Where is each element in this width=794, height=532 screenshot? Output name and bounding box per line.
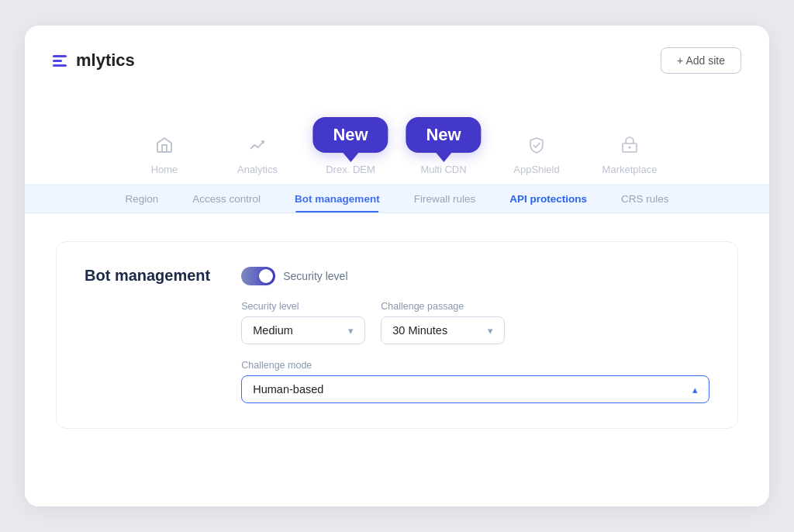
svg-point-8 — [629, 147, 631, 149]
analytics-icon — [243, 131, 271, 159]
challenge-passage-label: Challenge passage — [381, 301, 505, 312]
nav-item-appshield[interactable]: AppShield — [490, 131, 583, 185]
challenge-passage-group: Challenge passage 30 Minutes ▾ — [381, 301, 505, 344]
subnav-item-access-control[interactable]: Access control — [175, 185, 278, 212]
content-area: Bot management Security level Security l… — [25, 213, 769, 457]
security-level-group: Security level Medium ▾ — [241, 301, 365, 344]
nav-label-home: Home — [151, 164, 178, 175]
challenge-mode-label: Challenge mode — [241, 360, 709, 371]
challenge-mode-select[interactable]: Human-based ▴ — [241, 375, 709, 403]
logo-text: mlytics — [76, 50, 135, 71]
appshield-icon — [523, 131, 551, 159]
chevron-up-icon: ▴ — [692, 384, 698, 396]
subnav-item-crs-rules[interactable]: CRS rules — [604, 185, 686, 212]
subnav-item-firewall-rules[interactable]: Firewall rules — [397, 185, 493, 212]
security-level-select[interactable]: Medium ▾ — [241, 316, 365, 344]
challenge-passage-select[interactable]: 30 Minutes ▾ — [381, 316, 505, 344]
bubble-drex: New — [312, 117, 388, 153]
subnav-item-bot-management[interactable]: Bot management — [278, 185, 397, 212]
bot-management-title: Bot management — [85, 267, 210, 285]
nav-label-multicdn: Multi CDN — [420, 164, 466, 175]
security-level-label: Security level — [241, 301, 365, 312]
security-toggle[interactable] — [241, 267, 275, 285]
subnav: Region Access control Bot management Fir… — [25, 185, 769, 213]
home-icon — [150, 131, 178, 159]
bubble-multicdn: New — [406, 117, 481, 153]
nav-item-home[interactable]: Home — [118, 131, 211, 185]
toggle-row: Security level — [241, 267, 709, 285]
main-card: mlytics + Add site Home Analytics — [25, 26, 769, 506]
toggle-label: Security level — [283, 270, 347, 282]
add-site-button[interactable]: + Add site — [661, 47, 741, 74]
logo: mlytics — [53, 50, 135, 71]
chevron-down-icon: ▾ — [488, 325, 493, 337]
logo-icon — [53, 55, 67, 67]
subnav-item-region[interactable]: Region — [109, 185, 176, 212]
nav-item-multi-cdn[interactable]: New Multi CDN — [397, 131, 490, 185]
challenge-mode-group: Challenge mode Human-based ▴ — [241, 360, 709, 403]
marketplace-icon — [616, 131, 644, 159]
dropdowns-row: Security level Medium ▾ Challenge passag… — [241, 301, 709, 344]
nav-label-marketplace: Marketplace — [602, 164, 658, 175]
nav-item-analytics[interactable]: Analytics — [211, 131, 304, 185]
subnav-item-api-protections[interactable]: API protections — [492, 185, 604, 212]
nav-icons: Home Analytics New Dre — [25, 86, 769, 185]
toggle-knob — [259, 269, 273, 283]
nav-item-marketplace[interactable]: Marketplace — [583, 131, 676, 185]
nav-label-analytics: Analytics — [237, 164, 278, 175]
bot-management-controls: Security level Security level Medium ▾ C… — [241, 267, 709, 403]
bot-management-card: Bot management Security level Security l… — [56, 241, 738, 429]
nav-item-drex-dem[interactable]: New Drex. DEM — [304, 131, 397, 185]
nav-label-drex: Drex. DEM — [326, 164, 375, 175]
nav-label-appshield: AppShield — [513, 164, 559, 175]
header: mlytics + Add site — [25, 26, 769, 86]
chevron-down-icon: ▾ — [348, 325, 354, 337]
